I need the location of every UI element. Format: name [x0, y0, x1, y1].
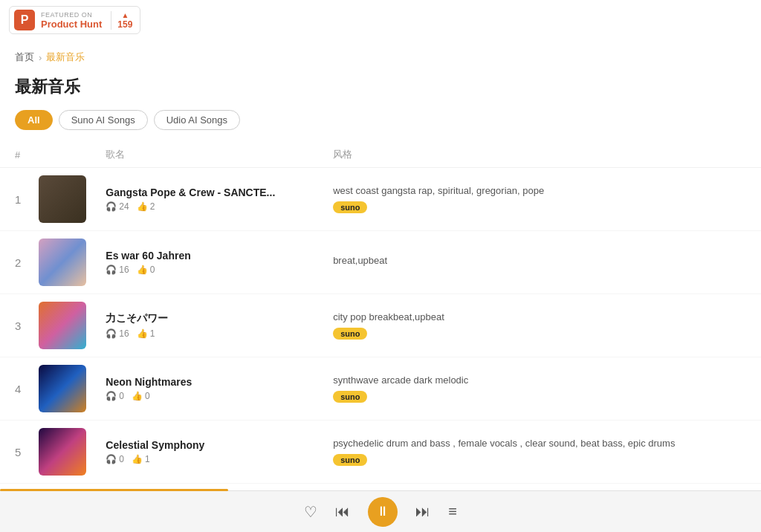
- song-thumbnail-cell: [30, 168, 97, 231]
- song-thumbnail: [39, 365, 86, 412]
- player-prev-button[interactable]: ⏮: [335, 503, 350, 520]
- like-icon: 👍: [137, 265, 148, 275]
- song-likes: 👍 1: [137, 328, 155, 339]
- col-title: 歌名: [97, 142, 324, 168]
- song-thumbnail-cell: [30, 231, 97, 294]
- table-row[interactable]: 4Neon Nightmares 🎧 0 👍 0 synthwave arcad…: [0, 357, 761, 421]
- song-title-cell: Gangsta Pope & Crew - SANCTE... 🎧 24 👍 2: [97, 168, 324, 231]
- song-rank: 4: [0, 357, 30, 421]
- table-row[interactable]: 3力こそパワー 🎧 16 👍 1 city pop breakbeat,upbe…: [0, 294, 761, 357]
- song-likes: 👍 0: [137, 265, 155, 275]
- table-row[interactable]: 2Es war 60 Jahren 🎧 16 👍 0 breat,upbeat: [0, 231, 761, 294]
- filter-tabs: All Suno AI Songs Udio AI Songs: [0, 110, 761, 142]
- col-style: 风格: [324, 142, 761, 168]
- ph-logo: P: [14, 10, 35, 30]
- song-rank: 3: [0, 294, 30, 357]
- song-style: west coast gangsta rap, spiritual, grego…: [333, 185, 752, 196]
- song-title[interactable]: Celestial Symphony: [106, 439, 315, 451]
- song-title[interactable]: Es war 60 Jahren: [106, 250, 315, 262]
- song-likes: 👍 2: [137, 201, 155, 212]
- song-meta: 🎧 0 👍 1: [106, 454, 315, 464]
- product-hunt-badge[interactable]: P FEATURED ON Product Hunt ▲ 159: [9, 6, 140, 34]
- song-meta: 🎧 16 👍 0: [106, 265, 315, 275]
- song-badge: suno: [333, 454, 367, 466]
- song-thumbnail-cell: [30, 421, 97, 484]
- page-title: 最新音乐: [0, 68, 761, 110]
- breadcrumb-home[interactable]: 首页: [15, 51, 34, 64]
- player-progress: [0, 489, 228, 491]
- headphone-icon: 🎧: [106, 391, 117, 401]
- song-badge: suno: [333, 391, 367, 403]
- song-style-cell: west coast gangsta rap, spiritual, grego…: [324, 168, 761, 231]
- player-play-pause-button[interactable]: ⏸: [368, 497, 398, 527]
- table-row[interactable]: 5Celestial Symphony 🎧 0 👍 1 psychedelic …: [0, 421, 761, 484]
- song-style-cell: city pop breakbeat,upbeatsuno: [324, 294, 761, 357]
- song-plays: 🎧 16: [106, 265, 129, 275]
- song-rank: 5: [0, 421, 30, 484]
- ph-featured-label: FEATURED ON: [41, 11, 102, 19]
- song-style: breat,upbeat: [333, 255, 752, 266]
- song-title-cell: Neon Nightmares 🎧 0 👍 0: [97, 357, 324, 421]
- tab-all[interactable]: All: [15, 110, 53, 130]
- song-title-cell: Es war 60 Jahren 🎧 16 👍 0: [97, 231, 324, 294]
- song-thumbnail: [39, 428, 86, 476]
- like-icon: 👍: [137, 201, 148, 212]
- song-title[interactable]: Neon Nightmares: [106, 376, 315, 388]
- song-style: city pop breakbeat,upbeat: [333, 311, 752, 322]
- song-title-cell: 力こそパワー 🎧 16 👍 1: [97, 294, 324, 357]
- song-style: psychedelic drum and bass , female vocal…: [333, 438, 752, 449]
- breadcrumb: 首页 › 最新音乐: [0, 40, 761, 68]
- song-thumbnail-cell: [30, 357, 97, 421]
- song-meta: 🎧 16 👍 1: [106, 328, 315, 339]
- song-plays: 🎧 16: [106, 328, 129, 339]
- ph-arrow-icon: ▲: [121, 11, 129, 19]
- song-rank: 2: [0, 231, 30, 294]
- music-table: # 歌名 风格 1Gangsta Pope & Crew - SANCTE...…: [0, 142, 761, 532]
- song-thumbnail: [39, 239, 86, 286]
- song-thumbnail: [39, 175, 86, 223]
- tab-udio[interactable]: Udio AI Songs: [154, 110, 240, 130]
- song-likes: 👍 1: [132, 454, 150, 464]
- song-title[interactable]: Gangsta Pope & Crew - SANCTE...: [106, 186, 315, 198]
- song-style: synthwave arcade dark melodic: [333, 374, 752, 386]
- song-plays: 🎧 0: [106, 454, 124, 464]
- song-thumbnail-cell: [30, 294, 97, 357]
- breadcrumb-separator: ›: [39, 52, 42, 63]
- player-next-button[interactable]: ⏭: [415, 503, 430, 520]
- player-heart-button[interactable]: ♡: [304, 503, 317, 521]
- player-list-button[interactable]: ≡: [448, 503, 457, 520]
- col-thumb: [30, 142, 97, 168]
- breadcrumb-current: 最新音乐: [46, 51, 85, 64]
- song-title-cell: Celestial Symphony 🎧 0 👍 1: [97, 421, 324, 484]
- headphone-icon: 🎧: [106, 328, 117, 339]
- headphone-icon: 🎧: [106, 201, 117, 212]
- song-rank: 1: [0, 168, 30, 231]
- song-thumbnail: [39, 302, 86, 349]
- song-meta: 🎧 24 👍 2: [106, 201, 315, 212]
- song-badge: suno: [333, 328, 367, 340]
- col-number: #: [0, 142, 30, 168]
- song-title[interactable]: 力こそパワー: [106, 312, 315, 325]
- table-row[interactable]: 1Gangsta Pope & Crew - SANCTE... 🎧 24 👍 …: [0, 168, 761, 231]
- headphone-icon: 🎧: [106, 454, 117, 464]
- tab-suno[interactable]: Suno AI Songs: [59, 110, 148, 130]
- ph-name: Product Hunt: [41, 19, 102, 30]
- headphone-icon: 🎧: [106, 265, 117, 275]
- song-plays: 🎧 0: [106, 391, 124, 401]
- song-likes: 👍 0: [132, 391, 150, 401]
- song-style-cell: psychedelic drum and bass , female vocal…: [324, 421, 761, 484]
- player-bar: ♡ ⏮ ⏸ ⏭ ≡: [0, 490, 761, 532]
- song-meta: 🎧 0 👍 0: [106, 391, 315, 401]
- song-style-cell: synthwave arcade dark melodicsuno: [324, 357, 761, 421]
- song-plays: 🎧 24: [106, 201, 129, 212]
- song-style-cell: breat,upbeat: [324, 231, 761, 294]
- ph-vote-count: 159: [117, 19, 132, 30]
- like-icon: 👍: [132, 391, 143, 401]
- like-icon: 👍: [132, 454, 143, 464]
- song-badge: suno: [333, 201, 367, 213]
- like-icon: 👍: [137, 328, 148, 339]
